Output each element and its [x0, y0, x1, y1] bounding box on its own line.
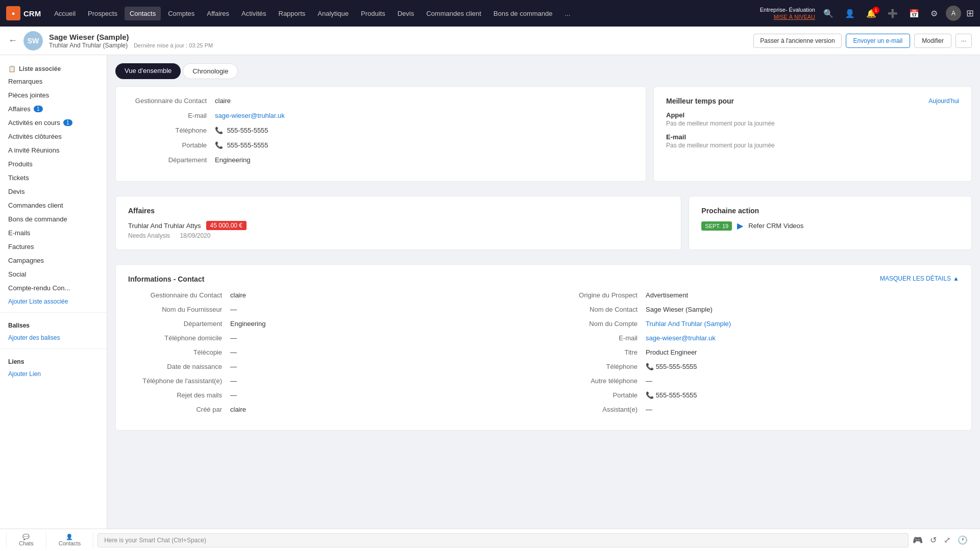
nav-affaires[interactable]: Affaires [202, 7, 234, 20]
info-departement-value: Engineering [230, 320, 265, 328]
affaires-card: Affaires Truhlar And Truhlar Attys 45 00… [115, 196, 681, 250]
clock-icon[interactable]: 🕐 [958, 535, 968, 545]
sidebar-item-label: Remarques [8, 78, 42, 85]
nav-analytique[interactable]: Analytique [312, 7, 354, 20]
email-value: sage-wieser@truhlar.uk [215, 112, 285, 119]
sidebar-item-devis[interactable]: Devis [0, 185, 107, 198]
bottom-bar: 💬 Chats 👤 Contacts Here is your Smart Ch… [0, 529, 980, 551]
info-email-link[interactable]: sage-wieser@truhlar.uk [646, 334, 716, 342]
phone-icon: 📞 [215, 127, 223, 134]
notification-icon-btn[interactable]: 🔔 1 [863, 7, 879, 20]
info-nom-compte-label: Nom du Compte [544, 320, 646, 328]
today-link[interactable]: Aujourd'hui [928, 97, 959, 105]
gamepad-icon[interactable]: 🎮 [913, 535, 923, 545]
user-avatar[interactable]: A [946, 6, 961, 21]
content-area: Vue d'ensemble Chronologie Gestionnaire … [107, 55, 980, 551]
add-lien-link[interactable]: Ajouter Lien [0, 367, 107, 381]
sidebar-item-remarques[interactable]: Remarques [0, 74, 107, 88]
info-titre-label: Titre [544, 348, 646, 356]
nav-more[interactable]: ... [559, 7, 575, 20]
sidebar-item-tickets[interactable]: Tickets [0, 171, 107, 185]
add-liste-link[interactable]: Ajouter Liste associée [0, 295, 107, 308]
sidebar-section-title: Liste associée [19, 65, 61, 72]
tab-chronologie[interactable]: Chronologie [183, 63, 238, 79]
sidebar: 📋 Liste associée Remarques Pièces jointe… [0, 55, 107, 551]
info-date-naissance-label: Date de naissance [128, 363, 230, 370]
expand-icon[interactable]: ⤢ [944, 535, 950, 545]
nav-commandes[interactable]: Commandes client [421, 7, 486, 20]
detail-telephone-row: Téléphone 📞 555-555-5555 [128, 127, 633, 134]
top-navigation: ● CRM Accueil Prospects Contacts Comptes… [0, 0, 980, 27]
info-tel-assistant-label: Téléphone de l'assistant(e) [128, 377, 230, 385]
sidebar-item-social[interactable]: Social [0, 267, 107, 281]
affaires-title: Affaires [128, 207, 669, 215]
upgrade-link[interactable]: MISE À NIVEAU [760, 13, 815, 20]
nav-prospects[interactable]: Prospects [83, 7, 122, 20]
reload-icon[interactable]: ↺ [930, 535, 937, 545]
more-options-button[interactable]: ··· [955, 34, 972, 48]
info-autre-tel-value: — [646, 377, 652, 385]
info-titre-value: Product Engineer [646, 348, 697, 356]
sidebar-item-label: A invité Réunions [8, 146, 59, 154]
smart-chat-placeholder[interactable]: Here is your Smart Chat (Ctrl+Space) [97, 533, 909, 547]
sidebar-item-campagnes[interactable]: Campagnes [0, 254, 107, 267]
user-icon-btn[interactable]: 👤 [842, 7, 858, 20]
tab-vue-ensemble[interactable]: Vue d'ensemble [115, 63, 181, 79]
sidebar-item-reunions[interactable]: A invité Réunions [0, 143, 107, 157]
sidebar-item-affaires[interactable]: Affaires 1 [0, 102, 107, 116]
portable-value: 📞 555-555-5555 [215, 141, 268, 149]
legacy-version-button[interactable]: Passer à l'ancienne version [753, 34, 841, 48]
sidebar-item-activites-en-cours[interactable]: Activités en cours 1 [0, 116, 107, 130]
add-icon-btn[interactable]: ➕ [885, 7, 901, 20]
edit-button[interactable]: Modifier [914, 34, 951, 48]
sidebar-item-label: Activités en cours [8, 119, 60, 127]
prochaine-item: SEPT. 19 ▶ Refer CRM Videos [701, 221, 959, 231]
nom-compte-link[interactable]: Truhlar And Truhlar (Sample) [646, 320, 731, 328]
info-cree-par-label: Créé par [128, 406, 230, 413]
sidebar-item-activites-cloturees[interactable]: Activités clôturées [0, 130, 107, 143]
sidebar-item-produits[interactable]: Produits [0, 157, 107, 171]
logo-icon: ● [6, 6, 20, 20]
contact-name: Sage Wieser (Sample) [49, 33, 747, 41]
sidebar-item-bons[interactable]: Bons de commande [0, 212, 107, 226]
search-icon-btn[interactable]: 🔍 [820, 7, 837, 20]
sidebar-item-factures[interactable]: Factures [0, 240, 107, 254]
back-button[interactable]: ← [8, 35, 17, 46]
sidebar-item-commandes[interactable]: Commandes client [0, 198, 107, 212]
best-time-appel: Appel Pas de meilleur moment pour la jou… [666, 111, 959, 127]
nav-bons[interactable]: Bons de commande [488, 7, 558, 20]
nav-rapports[interactable]: Rapports [274, 7, 311, 20]
nav-activites[interactable]: Activités [236, 7, 271, 20]
deal-row: Truhlar And Truhlar Attys 45 000,00 € [128, 221, 669, 230]
masquer-details-button[interactable]: MASQUER LES DÉTAILS ▲ [880, 275, 959, 282]
nav-accueil[interactable]: Accueil [49, 7, 81, 20]
info-titre-row: Titre Product Engineer [544, 348, 959, 356]
email-link[interactable]: sage-wieser@truhlar.uk [215, 112, 285, 119]
sidebar-item-compterendu[interactable]: Compte-rendu Con... [0, 281, 107, 295]
sidebar-item-emails[interactable]: E-mails [0, 226, 107, 240]
nav-devis[interactable]: Devis [393, 7, 420, 20]
logo[interactable]: ● CRM [6, 6, 41, 20]
info-email-row: E-mail sage-wieser@truhlar.uk [544, 334, 959, 342]
departement-value: Engineering [215, 156, 250, 164]
sidebar-item-label: Commandes client [8, 202, 63, 209]
chats-button[interactable]: 💬 Chats [6, 532, 46, 548]
calendar-icon-btn[interactable]: 📅 [906, 7, 922, 20]
nav-comptes[interactable]: Comptes [163, 7, 200, 20]
nav-produits[interactable]: Produits [356, 7, 390, 20]
nav-contacts[interactable]: Contacts [125, 7, 161, 20]
add-balises-link[interactable]: Ajouter des balises [0, 331, 107, 344]
send-email-button[interactable]: Envoyer un e-mail [846, 34, 911, 48]
info-autre-tel-row: Autre téléphone — [544, 377, 959, 385]
info-fournisseur-row: Nom du Fournisseur — [128, 306, 544, 313]
info-portable-number: 555-555-5555 [656, 391, 697, 399]
info-nom-compte-row: Nom du Compte Truhlar And Truhlar (Sampl… [544, 320, 959, 328]
contact-info: Sage Wieser (Sample) Truhlar And Truhlar… [49, 33, 747, 49]
grid-icon-btn[interactable]: ⊞ [966, 8, 974, 19]
sidebar-item-label: Bons de commande [8, 215, 67, 223]
chats-label: Chats [19, 540, 34, 546]
settings-icon-btn[interactable]: ⚙ [927, 7, 941, 20]
sub-header-actions: Passer à l'ancienne version Envoyer un e… [753, 34, 972, 48]
contacts-button[interactable]: 👤 Contacts [46, 532, 93, 548]
sidebar-item-pieces[interactable]: Pièces jointes [0, 88, 107, 102]
